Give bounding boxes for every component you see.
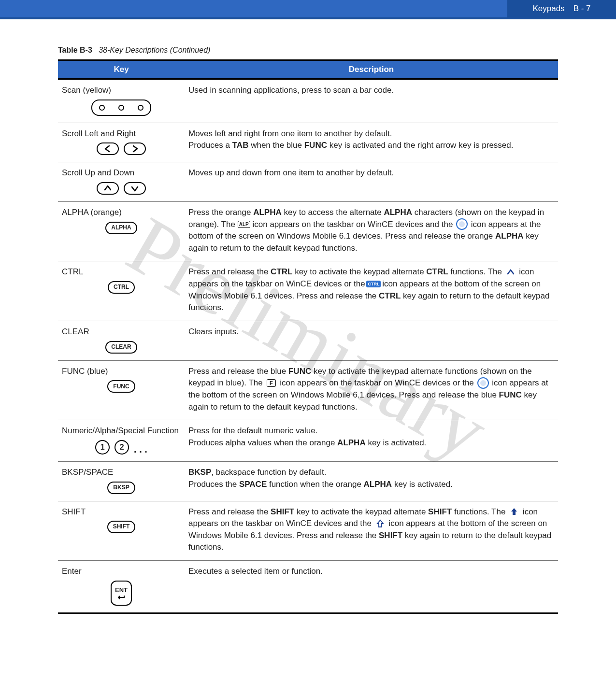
key-name: Scroll Left and Right	[62, 128, 181, 140]
table-row: BKSP/SPACEBKSPBKSP, backspace function b…	[58, 461, 558, 501]
table-row: Scroll Left and RightMoves left and righ…	[58, 123, 558, 162]
key-cell: ALPHA (orange)ALPHA	[58, 201, 185, 261]
key-cell: FUNC (blue)FUNC	[58, 360, 185, 420]
key-name: CTRL	[62, 266, 181, 278]
alpha-key-icon: ALPHA	[105, 222, 137, 234]
taskbar-alp-icon: ALP	[239, 220, 249, 228]
taskbar-circle-icon	[477, 377, 489, 389]
bksp-key-icon: BKSP	[107, 482, 135, 494]
bold-text: FUNC	[499, 390, 522, 399]
ctrl-key-icon: CTRL	[108, 281, 135, 294]
table-row: Scan (yellow)Used in scanning applicatio…	[58, 79, 558, 123]
bold-text: ALPHA	[495, 231, 524, 241]
header-page: B - 7	[573, 4, 591, 14]
description-cell: Press and release the SHIFT key to activ…	[185, 501, 558, 561]
table-row: FUNC (blue)FUNCPress and release the blu…	[58, 360, 558, 420]
key-cell: BKSP/SPACEBKSP	[58, 461, 185, 501]
description-cell: Press and release the blue FUNC key to a…	[185, 360, 558, 420]
scroll-down-key-icon	[124, 182, 146, 195]
bold-text: CTRL	[271, 267, 292, 276]
taskbar-circle-icon	[456, 218, 468, 230]
header-section: Keypads	[532, 4, 564, 14]
description-cell: Used in scanning applications, press to …	[185, 79, 558, 123]
enter-key-icon: ENT	[111, 581, 132, 606]
table-row: SHIFTSHIFTPress and release the SHIFT ke…	[58, 501, 558, 561]
key-name: SHIFT	[62, 506, 181, 518]
description-cell: Press for the default numeric value.Prod…	[185, 420, 558, 462]
shift-key-icon: SHIFT	[107, 521, 136, 533]
caption-title: 38-Key Descriptions (Continued)	[99, 46, 210, 54]
description-cell: Moves left and right from one item to an…	[185, 123, 558, 162]
table-row: Numeric/Alpha/Special Function12. . .Pre…	[58, 420, 558, 462]
scan-key-icon	[91, 99, 151, 116]
key-name: Numeric/Alpha/Special Function	[62, 425, 181, 437]
caption-label: Table B-3	[58, 46, 92, 54]
key-name: CLEAR	[62, 326, 181, 338]
clear-key-icon: CLEAR	[105, 341, 137, 354]
key-cell: SHIFTSHIFT	[58, 501, 185, 561]
num-2-key-icon: 2	[115, 440, 129, 455]
bold-text: ALPHA	[337, 438, 366, 447]
taskbar-f-icon: F	[266, 379, 276, 387]
bold-text: ALPHA	[384, 208, 412, 217]
page-body: Preliminary Table B-3 38-Key Description…	[0, 19, 616, 633]
table-row: CTRLCTRLPress and release the CTRL key t…	[58, 261, 558, 321]
num-1-key-icon: 1	[95, 440, 110, 455]
key-cell: CLEARCLEAR	[58, 321, 185, 361]
taskbar-shift-icon	[509, 507, 519, 516]
description-cell: Press and release the CTRL key to activa…	[185, 261, 558, 321]
description-cell: Executes a selected item or function.	[185, 561, 558, 613]
scroll-left-key-icon	[97, 142, 119, 155]
col-key: Key	[58, 60, 185, 79]
bold-text: FUNC	[288, 367, 311, 376]
key-cell: EnterENT	[58, 561, 185, 613]
bold-text: BKSP	[188, 468, 211, 477]
key-name: FUNC (blue)	[62, 366, 181, 378]
page-header: Keypads B - 7	[0, 0, 616, 19]
table-row: ALPHA (orange)ALPHAPress the orange ALPH…	[58, 201, 558, 261]
description-cell: Press the orange ALPHA key to access the…	[185, 201, 558, 261]
key-name: Scan (yellow)	[62, 85, 181, 97]
col-description: Description	[185, 60, 558, 79]
table-row: Scroll Up and DownMoves up and down from…	[58, 162, 558, 202]
taskbar-ctrl-icon: CTRL	[368, 280, 379, 288]
bold-text: SPACE	[239, 480, 267, 489]
key-cell: CTRLCTRL	[58, 261, 185, 321]
bold-text: ALPHA	[364, 480, 392, 489]
table-row: CLEARCLEARClears inputs.	[58, 321, 558, 361]
key-cell: Numeric/Alpha/Special Function12. . .	[58, 420, 185, 462]
key-cell: Scroll Left and Right	[58, 123, 185, 162]
page-header-corner: Keypads B - 7	[507, 0, 616, 17]
bold-text: CTRL	[379, 291, 401, 300]
table-caption: Table B-3 38-Key Descriptions (Continued…	[58, 46, 558, 55]
key-name: Enter	[62, 566, 181, 578]
bold-text: SHIFT	[271, 507, 294, 516]
taskbar-caret-icon	[505, 268, 516, 276]
key-cell: Scroll Up and Down	[58, 162, 185, 202]
bold-text: TAB	[232, 141, 249, 150]
description-cell: Clears inputs.	[185, 321, 558, 361]
description-cell: Moves up and down from one item to anoth…	[185, 162, 558, 202]
bold-text: FUNC	[304, 141, 327, 150]
key-name: BKSP/SPACE	[62, 467, 181, 479]
keys-table: Key Description Scan (yellow)Used in sca…	[58, 59, 558, 614]
func-key-icon: FUNC	[107, 380, 135, 393]
key-name: ALPHA (orange)	[62, 207, 181, 219]
scroll-right-key-icon	[124, 142, 146, 155]
table-row: EnterENTExecutes a selected item or func…	[58, 561, 558, 613]
bold-text: SHIFT	[379, 531, 402, 540]
taskbar-shift-outline-icon	[375, 519, 386, 528]
key-name: Scroll Up and Down	[62, 167, 181, 179]
key-cell: Scan (yellow)	[58, 79, 185, 123]
bold-text: SHIFT	[428, 507, 452, 516]
scroll-up-key-icon	[97, 182, 119, 195]
bold-text: CTRL	[426, 267, 448, 276]
bold-text: ALPHA	[253, 208, 282, 217]
description-cell: BKSP, backspace function by default.Prod…	[185, 461, 558, 501]
